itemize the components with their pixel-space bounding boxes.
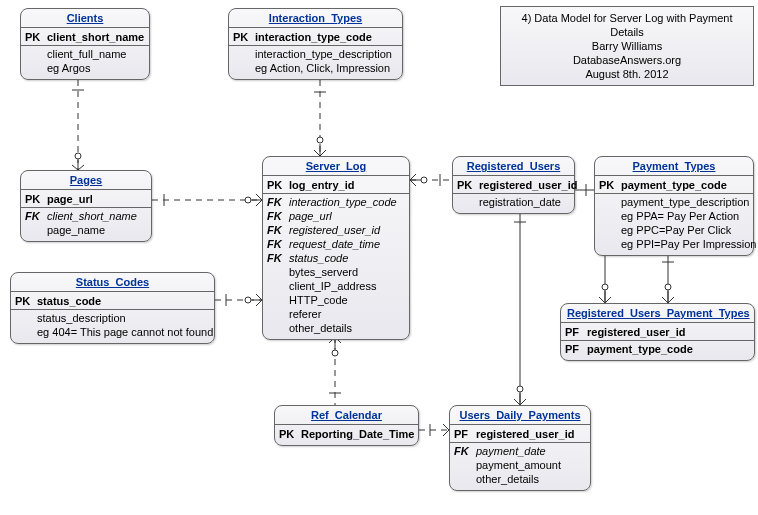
field-row: PFregistered_user_id [454, 427, 586, 441]
field-row: HTTP_code [267, 293, 405, 307]
field-row: registration_date [457, 195, 570, 209]
field-row: page_name [25, 223, 147, 237]
entity-users-daily-payments: Users_Daily_Payments PFregistered_user_i… [449, 405, 591, 491]
field-name: client_IP_address [289, 279, 405, 293]
field-name: eg PPC=Pay Per Click [621, 223, 749, 237]
entity-title: Registered_Users_Payment_Types [561, 304, 754, 323]
field-name: HTTP_code [289, 293, 405, 307]
entity-server-log: Server_Log PKlog_entry_idFKinteraction_t… [262, 156, 410, 340]
entity-ref-calendar: Ref_Calendar PKReporting_Date_Time [274, 405, 419, 446]
field-row: PKinteraction_type_code [233, 30, 398, 44]
field-row: payment_amount [454, 458, 586, 472]
key-indicator: PF [565, 342, 587, 356]
key-indicator [233, 61, 255, 75]
key-indicator [267, 321, 289, 335]
entity-title: Payment_Types [595, 157, 753, 176]
entity-title: Ref_Calendar [275, 406, 418, 425]
entity-clients: Clients PKclient_short_nameclient_full_n… [20, 8, 150, 80]
key-indicator [25, 223, 47, 237]
field-name: payment_type_description [621, 195, 749, 209]
field-name: registered_user_id [289, 223, 405, 237]
field-row: other_details [267, 321, 405, 335]
field-name: status_code [289, 251, 405, 265]
svg-point-11 [245, 297, 251, 303]
field-row: eg PPA= Pay Per Action [599, 209, 749, 223]
field-row: other_details [454, 472, 586, 486]
key-indicator [25, 61, 47, 75]
field-name: bytes_serverd [289, 265, 405, 279]
field-name: payment_date [476, 444, 586, 458]
field-name: payment_type_code [587, 342, 750, 356]
key-indicator [267, 279, 289, 293]
field-row: eg Action, Click, Impression [233, 61, 398, 75]
entity-payment-types: Payment_Types PKpayment_type_codepayment… [594, 156, 754, 256]
entity-title: Pages [21, 171, 151, 190]
entity-title: Interaction_Types [229, 9, 402, 28]
svg-point-17 [421, 177, 427, 183]
entity-title: Clients [21, 9, 149, 28]
key-indicator: FK [267, 209, 289, 223]
field-name: status_description [37, 311, 210, 325]
field-name: client_full_name [47, 47, 145, 61]
key-indicator: PK [15, 294, 37, 308]
field-name: payment_type_code [621, 178, 749, 192]
field-name: page_name [47, 223, 147, 237]
key-indicator [454, 458, 476, 472]
field-row: referer [267, 307, 405, 321]
field-name: eg Action, Click, Impression [255, 61, 398, 75]
field-name: registration_date [479, 195, 570, 209]
field-name: log_entry_id [289, 178, 405, 192]
field-name: other_details [476, 472, 586, 486]
info-date: August 8th. 2012 [509, 67, 745, 81]
key-indicator [599, 195, 621, 209]
field-row: eg 404= This page cannot not found [15, 325, 210, 339]
field-row: FKpayment_date [454, 444, 586, 458]
key-indicator: PK [25, 30, 47, 44]
field-name: page_url [289, 209, 405, 223]
key-indicator: PF [454, 427, 476, 441]
field-row: eg Argos [25, 61, 145, 75]
field-row: payment_type_description [599, 195, 749, 209]
entity-pages: Pages PKpage_urlFKclient_short_namepage_… [20, 170, 152, 242]
entity-title: Registered_Users [453, 157, 574, 176]
field-row: FKregistered_user_id [267, 223, 405, 237]
field-name: eg 404= This page cannot not found [37, 325, 213, 339]
entity-reg-users-payment-types: Registered_Users_Payment_Types PFregiste… [560, 303, 755, 361]
field-row: PFregistered_user_id [565, 325, 750, 339]
key-indicator: FK [267, 223, 289, 237]
field-row: FKinteraction_type_code [267, 195, 405, 209]
field-row: FKstatus_code [267, 251, 405, 265]
field-row: FKpage_url [267, 209, 405, 223]
field-name: interaction_type_description [255, 47, 398, 61]
field-name: referer [289, 307, 405, 321]
field-name: page_url [47, 192, 147, 206]
key-indicator: FK [267, 251, 289, 265]
key-indicator [15, 325, 37, 339]
svg-point-8 [317, 137, 323, 143]
entity-interaction-types: Interaction_Types PKinteraction_type_cod… [228, 8, 403, 80]
entity-title: Server_Log [263, 157, 409, 176]
key-indicator: PK [279, 427, 301, 441]
field-row: client_full_name [25, 47, 145, 61]
field-name: registered_user_id [476, 427, 586, 441]
field-row: eg PPC=Pay Per Click [599, 223, 749, 237]
svg-point-22 [602, 284, 608, 290]
field-row: PKlog_entry_id [267, 178, 405, 192]
field-row: eg PPI=Pay Per Impression [599, 237, 749, 251]
field-name: eg Argos [47, 61, 145, 75]
key-indicator [15, 311, 37, 325]
field-name: Reporting_Date_Time [301, 427, 415, 441]
info-author: Barry Williams [509, 39, 745, 53]
field-name: registered_user_id [587, 325, 750, 339]
field-name: status_code [37, 294, 210, 308]
key-indicator: PK [233, 30, 255, 44]
field-row: status_description [15, 311, 210, 325]
key-indicator: PK [267, 178, 289, 192]
field-name: eg PPA= Pay Per Action [621, 209, 749, 223]
key-indicator: FK [454, 444, 476, 458]
field-name: payment_amount [476, 458, 586, 472]
key-indicator: FK [267, 237, 289, 251]
svg-point-20 [517, 386, 523, 392]
key-indicator: PK [25, 192, 47, 206]
entity-status-codes: Status_Codes PKstatus_codestatus_descrip… [10, 272, 215, 344]
